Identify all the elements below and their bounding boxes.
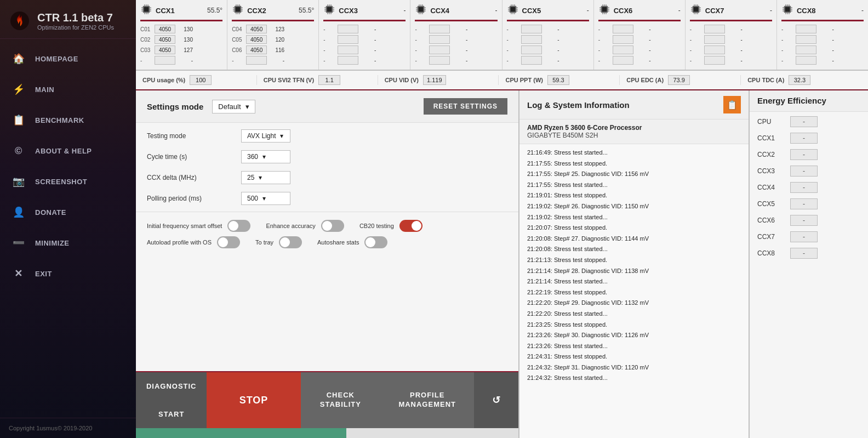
core-freq-input[interactable] [613,35,633,44]
core-row: - - [781,25,864,33]
core-freq-input[interactable] [521,25,542,33]
sidebar: CTR 1.1 beta 7 Optimization for ZEN2 CPU… [0,0,136,438]
core-freq-input[interactable] [613,45,633,54]
core-value: - [452,58,467,64]
log-entries[interactable]: 21:16:49: Stress test started...21:17:55… [519,144,749,438]
core-value: 130 [178,37,193,43]
cycle-time-row: Cycle time (s) 360 ▾ [147,150,507,163]
toggle-switch-autoshare-stats[interactable] [364,236,387,248]
sidebar-item-exit[interactable]: ✕ EXIT [0,258,136,289]
cpu-stat-label: CPU SVI2 TFN (V) [264,77,314,83]
sidebar-item-homepage[interactable]: 🏠 HOMEPAGE [0,43,136,74]
core-freq-input[interactable] [429,56,450,65]
core-freq-input[interactable] [704,56,725,65]
toggle-switch-initial-freq[interactable] [227,220,250,232]
toggle-to-tray: To tray [255,236,302,248]
core-freq-input[interactable] [338,35,358,44]
core-freq-input[interactable] [796,35,816,44]
core-freq-input[interactable] [521,45,542,54]
ccx-delta-select[interactable]: 25 ▾ [241,171,290,184]
core-freq-input[interactable] [338,25,358,33]
core-value: - [361,47,376,53]
core-freq-input[interactable] [155,56,175,65]
core-freq-input[interactable] [796,45,816,54]
log-entry: 21:24:32: Step# 31. Diagnostic VID: 1120… [527,362,741,373]
ccx-title-row: CCX5 - [507,3,589,21]
sidebar-item-minimize[interactable]: ➖ MINIMIZE [0,227,136,258]
core-freq-input[interactable] [246,56,267,65]
core-freq-input[interactable] [613,56,633,65]
check-stability-button[interactable]: CHECK STABILITY [301,372,380,428]
core-freq-input[interactable] [704,45,725,54]
core-row: - - [323,35,406,44]
sidebar-item-about-help[interactable]: © ABOUT & HELP [0,135,136,166]
core-freq-input[interactable] [155,45,175,54]
core-freq-input[interactable] [246,35,267,44]
energy-value: - [790,116,818,127]
cycle-time-label: Cycle time (s) [147,153,235,161]
stop-button[interactable]: STOP [207,372,300,428]
core-row: - - [323,56,406,65]
core-freq-input[interactable] [796,56,816,65]
reset-settings-button[interactable]: RESET SETTINGS [424,98,507,115]
settings-mode-value: Default [218,103,241,111]
cycle-time-select[interactable]: 360 ▾ [241,150,290,163]
core-freq-input[interactable] [704,35,725,44]
profile-management-button[interactable]: PROFILE MANAGEMENT [380,372,474,428]
core-freq-input[interactable] [521,56,542,65]
core-value: - [269,58,284,64]
energy-label: CPU [757,118,785,126]
energy-label: CCX6 [757,217,785,224]
sidebar-label-minimize: MINIMIZE [35,239,70,247]
core-freq-input[interactable] [246,45,267,54]
cpu-stat-label: CPU EDC (A) [626,77,664,83]
energy-title: Energy Efficiency [757,96,826,105]
core-freq-input[interactable] [796,25,816,33]
start-button[interactable]: START [136,400,207,428]
cpu-stat-value: 1.1 [318,75,340,85]
energy-row-ccx5: CCX5 - [757,198,860,209]
core-freq-input[interactable] [521,35,542,44]
core-freq-input[interactable] [246,25,267,33]
ccx-name: CCX8 [797,7,816,15]
progress-bar-container [136,428,518,438]
core-value: - [361,26,376,32]
core-row: - - [598,56,681,65]
chevron-down-icon: ▾ [245,103,249,111]
refresh-button[interactable]: ↺ [474,372,518,428]
core-freq-input[interactable] [704,25,725,33]
toggle-knob [412,221,421,231]
settings-mode-select[interactable]: Default ▾ [212,100,255,113]
sidebar-nav: 🏠 HOMEPAGE ⚡ MAIN 📋 BENCHMARK © ABOUT & … [0,39,136,418]
core-value: - [636,26,651,32]
toggle-switch-enhance-accuracy[interactable] [321,220,344,232]
ccx-temp: - [587,7,589,14]
toggle-switch-cb20-testing[interactable] [399,220,422,232]
core-freq-input[interactable] [155,35,175,44]
testing-mode-select[interactable]: AVX Light ▾ [241,129,290,143]
ccx-temp: 55.5° [299,7,314,14]
core-freq-input[interactable] [613,25,633,33]
sidebar-item-donate[interactable]: 👤 DONATE [0,197,136,227]
core-freq-input[interactable] [429,35,450,44]
toggle-switch-autoload-profile[interactable] [217,236,240,248]
cpu-stat: CPU TDC (A) 32.3 [741,75,861,85]
sidebar-item-main[interactable]: ⚡ MAIN [0,74,136,105]
sidebar-item-benchmark[interactable]: 📋 BENCHMARK [0,105,136,135]
cpu-stat-label: CPU PPT (W) [505,77,542,83]
core-freq-input[interactable] [338,45,358,54]
sidebar-item-screenshot[interactable]: 📷 SCREENSHOT [0,166,136,197]
core-freq-input[interactable] [338,56,358,65]
toggle-switch-to-tray[interactable] [279,236,302,248]
diagnostic-button[interactable]: DIAGNOSTIC [136,372,207,400]
ccx-temp: - [861,7,864,14]
log-copy-button[interactable]: 📋 [723,96,741,113]
core-freq-input[interactable] [155,25,175,33]
svg-rect-2 [144,7,149,12]
core-freq-input[interactable] [429,45,450,54]
log-entry: 21:24:32: Stress test started... [527,373,741,384]
log-entry: 21:21:13: Stress test stopped. [527,255,741,266]
core-freq-input[interactable] [429,25,450,33]
polling-period-select[interactable]: 500 ▾ [241,192,290,205]
energy-value: - [790,248,818,259]
